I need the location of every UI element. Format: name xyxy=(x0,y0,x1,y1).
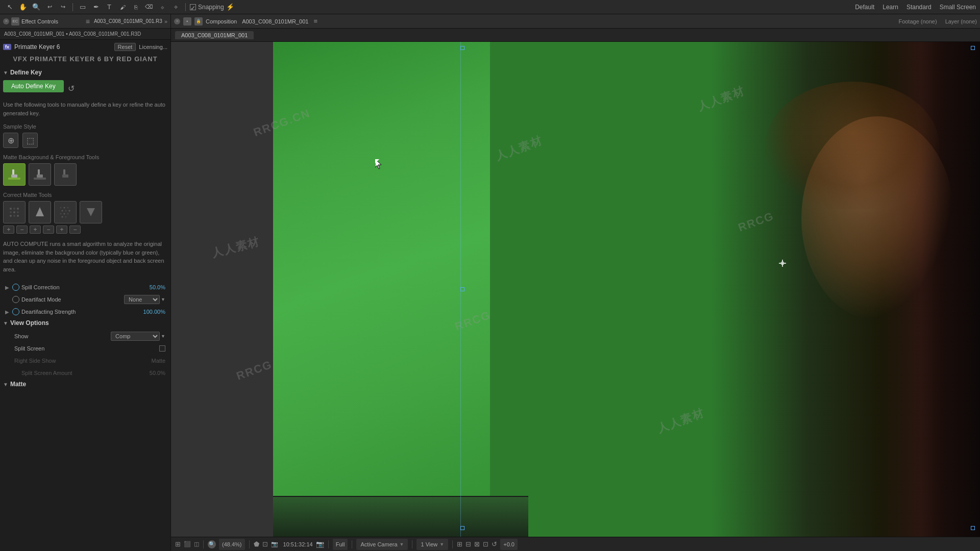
text-tool[interactable]: T xyxy=(104,2,115,13)
panel-menu-icon[interactable]: ≡ xyxy=(86,17,90,26)
puppet-tool[interactable]: ⟡ xyxy=(170,2,181,13)
viewer-region-icon[interactable]: ◫ xyxy=(194,541,199,547)
viewer-camera-icon[interactable]: 📷 xyxy=(316,540,324,548)
vt-icon-e[interactable]: ↺ xyxy=(492,540,497,548)
plus-btn-3[interactable]: + xyxy=(56,226,67,234)
minus-btn-1[interactable]: − xyxy=(16,226,28,234)
redo-tool[interactable]: ↪ xyxy=(57,2,68,13)
quality-label: Full xyxy=(336,541,345,547)
vt-icon-a[interactable]: ⊞ xyxy=(457,540,462,548)
vt-icon-b[interactable]: ⊟ xyxy=(465,540,471,548)
viewer-render-icon[interactable]: ⬛ xyxy=(184,541,191,547)
svg-point-29 xyxy=(65,216,67,218)
vt-sep-1 xyxy=(203,540,204,548)
viewer-grid-icon[interactable]: ⊞ xyxy=(175,540,181,548)
magnifier-icon[interactable]: 🔍 xyxy=(208,540,216,548)
contract-btn[interactable] xyxy=(80,201,102,223)
crosshair-tool[interactable]: ⊕ xyxy=(3,133,18,148)
active-camera-button[interactable]: Active Camera ▼ xyxy=(356,539,408,550)
deartifacting-strength-value[interactable]: 100.00% xyxy=(143,309,165,315)
correct-tools-group xyxy=(3,201,167,223)
snapping-checkbox[interactable]: ✓ xyxy=(190,4,196,10)
zoom-percentage-btn[interactable]: (48.4%) xyxy=(219,539,245,550)
plus-btn-1[interactable]: + xyxy=(3,226,14,234)
hand-tool[interactable]: ✋ xyxy=(17,2,29,13)
rect-sample-tool[interactable]: ⬚ xyxy=(22,133,38,148)
grain-btn[interactable] xyxy=(54,201,77,223)
reset-circular-button[interactable]: ↺ xyxy=(68,84,75,93)
selection-tool[interactable]: ↖ xyxy=(4,2,15,13)
viewer-icon-3[interactable]: 📷 xyxy=(271,541,278,547)
green-board-detail xyxy=(273,496,528,537)
comp-name-tab[interactable]: A003_C008_0101MR_001 xyxy=(175,31,254,39)
minus-btn-3[interactable]: − xyxy=(69,226,81,234)
effect-controls-header: ✕ EC Effect Controls ≡ A003_C008_0101MR_… xyxy=(0,14,170,29)
panel-close-button[interactable]: ✕ xyxy=(3,18,9,24)
plus-value-btn[interactable]: +0.0 xyxy=(500,539,518,550)
panel-filename: A003_C008_0101MR_001.R3 xyxy=(94,18,162,24)
workspace-standard[interactable]: Standard xyxy=(906,4,932,11)
handle-top-right[interactable] xyxy=(971,46,975,50)
spill-correction-value[interactable]: 50.0% xyxy=(150,284,165,290)
composition-label: Composition xyxy=(206,18,237,24)
expand-btn[interactable] xyxy=(29,201,51,223)
svg-point-22 xyxy=(62,210,63,212)
split-screen-label: Split Screen xyxy=(14,345,159,352)
matte-section-header[interactable]: ▼ Matte xyxy=(3,381,167,388)
show-select[interactable]: Comp Matte Screen Matte xyxy=(111,332,160,341)
define-key-section[interactable]: ▼ Define Key xyxy=(3,69,167,76)
auto-define-key-button[interactable]: Auto Define Key xyxy=(3,80,64,92)
rotate-tool[interactable]: ↩ xyxy=(44,2,55,13)
matte-tools-group xyxy=(3,163,167,186)
deartifacting-expand[interactable]: ▶ xyxy=(5,309,12,315)
vt-icon-c[interactable]: ⊠ xyxy=(474,540,480,548)
reset-button[interactable]: Reset xyxy=(114,43,136,51)
panel-expand-icon[interactable]: » xyxy=(164,18,167,24)
svg-point-21 xyxy=(67,207,69,209)
plus-btn-2[interactable]: + xyxy=(30,226,41,234)
plus-minus-row: + − + − + − xyxy=(3,226,167,234)
comp-menu-icon[interactable]: ≡ xyxy=(313,17,317,25)
rect-tool[interactable]: ▭ xyxy=(77,2,88,13)
handle-top-left[interactable] xyxy=(460,46,464,50)
handle-bottom-left[interactable] xyxy=(460,526,464,530)
svg-rect-6 xyxy=(59,178,71,180)
viewer-area[interactable]: RRCG.CN 人人素材 RRCG 人人素材 RRCG 人人素材 RRCG 人人… xyxy=(171,42,980,537)
effect-controls-body: fx Primatte Keyer 6 Reset Licensing... V… xyxy=(0,40,170,551)
svg-point-26 xyxy=(64,213,65,215)
noise-btn[interactable] xyxy=(3,201,26,223)
licensing-button[interactable]: Licensing... xyxy=(139,44,167,50)
deartifact-mode-select[interactable]: None Low Medium High xyxy=(124,295,160,304)
auto-key-row: Auto Define Key ↺ xyxy=(3,80,167,96)
zoom-tool[interactable]: 🔍 xyxy=(31,2,42,13)
main-layout: ✕ EC Effect Controls ≡ A003_C008_0101MR_… xyxy=(0,14,980,551)
eraser-tool[interactable]: ⌫ xyxy=(143,2,155,13)
quality-btn[interactable]: Full xyxy=(333,539,348,550)
left-boundary-line xyxy=(460,42,461,537)
roto-tool[interactable]: ⟐ xyxy=(157,2,168,13)
svg-rect-2 xyxy=(11,174,17,178)
handle-bottom-right[interactable] xyxy=(971,526,975,530)
workspace-small-screen[interactable]: Small Screen xyxy=(940,4,976,11)
minus-btn-2[interactable]: − xyxy=(43,226,54,234)
pen-tool[interactable]: ✒ xyxy=(90,2,102,13)
vt-icon-d[interactable]: ⊡ xyxy=(483,540,488,548)
viewer-icon-2[interactable]: ⊡ xyxy=(262,540,268,548)
svg-point-14 xyxy=(17,211,19,213)
brush-dark-svg xyxy=(58,167,72,182)
workspace-default[interactable]: Default xyxy=(855,4,874,11)
view-options-section[interactable]: ▼ View Options xyxy=(3,319,167,327)
spill-expand[interactable]: ▶ xyxy=(5,285,12,290)
handle-middle-left[interactable] xyxy=(460,287,464,291)
matte-fg-brush[interactable] xyxy=(29,163,51,186)
viewer-icon-1[interactable]: ⬟ xyxy=(254,540,259,548)
description-text: Use the following tools to manually defi… xyxy=(3,101,167,117)
comp-panel-close[interactable]: ✕ xyxy=(174,18,180,24)
matte-dark-brush[interactable] xyxy=(54,163,77,186)
workspace-learn[interactable]: Learn xyxy=(883,4,898,11)
clone-tool[interactable]: ⎘ xyxy=(130,2,141,13)
views-button[interactable]: 1 View ▼ xyxy=(416,539,448,550)
split-screen-checkbox[interactable] xyxy=(159,345,165,352)
brush-tool[interactable]: 🖌 xyxy=(117,2,128,13)
matte-bg-brush[interactable] xyxy=(3,163,26,186)
